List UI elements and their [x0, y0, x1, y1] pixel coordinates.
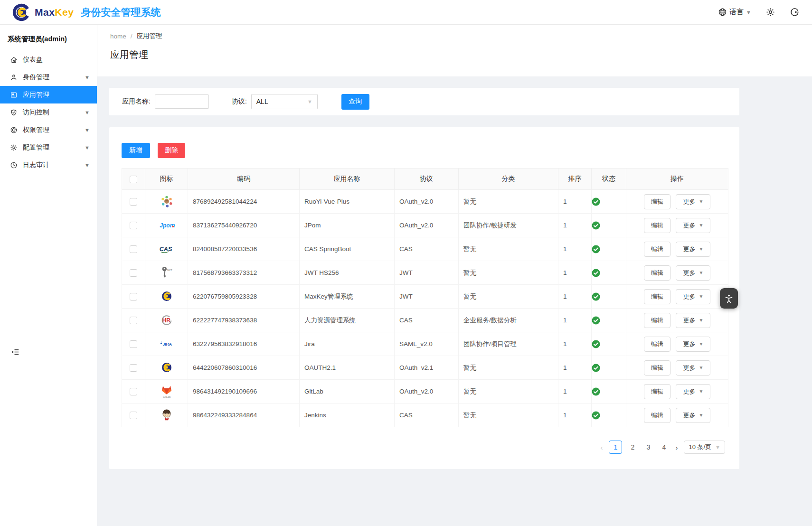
more-button[interactable]: 更多▼	[676, 337, 710, 352]
chevron-down-icon: ▼	[699, 270, 703, 275]
column-header: 分类	[459, 169, 558, 190]
row-checkbox[interactable]	[130, 317, 137, 324]
globe-icon	[718, 8, 727, 17]
svg-text:Jpom: Jpom	[160, 222, 175, 229]
app-sort: 1	[558, 309, 592, 332]
row-checkbox[interactable]	[130, 340, 137, 348]
app-sort: 1	[558, 214, 592, 237]
more-button[interactable]: 更多▼	[676, 313, 710, 328]
more-button[interactable]: 更多▼	[676, 265, 710, 281]
menu-fold-icon[interactable]	[11, 348, 20, 357]
app-code: 986431492190109696	[188, 380, 300, 404]
more-button[interactable]: 更多▼	[676, 360, 710, 376]
edit-button[interactable]: 编辑	[644, 265, 670, 281]
page-header: home / 应用管理 应用管理	[97, 25, 812, 76]
edit-button[interactable]: 编辑	[644, 313, 670, 328]
settings-button[interactable]	[765, 7, 775, 17]
clock-icon	[10, 161, 18, 169]
edit-button[interactable]: 编辑	[644, 289, 670, 304]
chevron-down-icon: ▼	[699, 365, 703, 370]
row-checkbox[interactable]	[130, 388, 137, 395]
more-button[interactable]: 更多▼	[676, 408, 710, 423]
edit-button[interactable]: 编辑	[644, 408, 670, 423]
more-button[interactable]: 更多▼	[676, 194, 710, 209]
jenkins-icon	[159, 406, 175, 423]
breadcrumb-current: 应用管理	[137, 32, 162, 40]
breadcrumb-home[interactable]: home	[110, 33, 126, 40]
row-checkbox[interactable]	[130, 293, 137, 301]
sidebar-item-dashboard[interactable]: 仪表盘	[0, 51, 97, 68]
app-sort: 1	[558, 261, 592, 285]
edit-button[interactable]: 编辑	[644, 337, 670, 352]
chevron-down-icon: ▼	[85, 162, 90, 168]
chevron-down-icon: ▼	[699, 341, 703, 347]
svg-text:GitLab: GitLab	[162, 395, 170, 398]
more-button[interactable]: 更多▼	[676, 218, 710, 233]
sidebar-item-config[interactable]: 配置管理 ▼	[0, 139, 97, 156]
page-button-4[interactable]: 4	[659, 441, 669, 454]
app-category: 团队协作/敏捷研发	[459, 214, 558, 237]
app-protocol: OAuth_v2.0	[395, 214, 459, 237]
accessibility-widget[interactable]	[720, 288, 738, 309]
current-user-label: 系统管理员(admin)	[0, 25, 97, 51]
chevron-down-icon: ▼	[746, 9, 751, 15]
page-button-3[interactable]: 3	[643, 441, 653, 454]
app-code: 632279563832918016	[188, 332, 300, 356]
table-row: 622076759805923328 MaxKey管理系统 JWT 暂无 1 编…	[122, 285, 728, 309]
row-checkbox[interactable]	[130, 245, 137, 253]
app-name: JPom	[300, 214, 395, 237]
edit-button[interactable]: 编辑	[644, 218, 670, 233]
select-all-checkbox[interactable]	[130, 176, 137, 183]
chevron-left-icon[interactable]: ‹	[599, 443, 604, 451]
column-header: 编码	[188, 169, 300, 190]
row-checkbox[interactable]	[130, 269, 137, 277]
search-panel: 应用名称: 协议: ALL ▼ 查询	[109, 88, 739, 115]
row-checkbox[interactable]	[130, 364, 137, 372]
app-name: JWT HS256	[300, 261, 395, 285]
app-sort: 1	[558, 356, 592, 380]
check-circle-icon	[592, 292, 626, 301]
app-protocol: JWT	[395, 285, 459, 309]
sidebar-item-access[interactable]: 访问控制 ▼	[0, 103, 97, 121]
query-button[interactable]: 查询	[341, 94, 369, 110]
edit-button[interactable]: 编辑	[644, 242, 670, 257]
more-button[interactable]: 更多▼	[676, 289, 710, 304]
chevron-right-icon[interactable]: ›	[674, 443, 679, 451]
row-checkbox[interactable]	[130, 198, 137, 206]
chevron-down-icon: ▼	[715, 444, 720, 450]
more-button[interactable]: 更多▼	[676, 242, 710, 257]
main-content: home / 应用管理 应用管理 应用名称: 协议: ALL ▼ 查询 新增 删…	[97, 25, 812, 526]
check-circle-icon	[592, 387, 626, 396]
chevron-down-icon: ▼	[307, 99, 312, 104]
edit-button[interactable]: 编辑	[644, 194, 670, 209]
row-checkbox[interactable]	[130, 222, 137, 229]
check-circle-icon	[592, 411, 626, 420]
more-button[interactable]: 更多▼	[676, 384, 710, 399]
sidebar-item-apps[interactable]: 应用管理	[0, 86, 97, 103]
table-row: JWT 817568793663373312 JWT HS256 JWT 暂无 …	[122, 261, 728, 285]
page-size-select[interactable]: 10 条/页 ▼	[684, 441, 725, 454]
language-switcher[interactable]: 语言 ▼	[718, 8, 751, 17]
chevron-down-icon: ▼	[85, 127, 90, 133]
svg-text:CAS: CAS	[159, 246, 172, 253]
delete-button[interactable]: 删除	[158, 143, 185, 158]
app-protocol: CAS	[395, 309, 459, 332]
add-button[interactable]: 新增	[122, 143, 150, 158]
page-button-1[interactable]: 1	[609, 441, 622, 454]
column-header: 状态	[592, 169, 626, 190]
edit-button[interactable]: 编辑	[644, 360, 670, 376]
sidebar-item-audit[interactable]: 日志审计 ▼	[0, 156, 97, 174]
table-panel: 新增 删除 图标编码应用名称协议分类排序状态操作 876892492581044…	[109, 127, 739, 469]
logout-button[interactable]	[790, 7, 800, 17]
edit-button[interactable]: 编辑	[644, 384, 670, 399]
page-button-2[interactable]: 2	[627, 441, 638, 454]
table-row: HR 622227747938373638 人力资源管理系统 CAS 企业服务/…	[122, 309, 728, 332]
protocol-select[interactable]: ALL ▼	[251, 94, 318, 109]
check-circle-icon	[592, 316, 626, 325]
sidebar-item-permission[interactable]: 权限管理 ▼	[0, 121, 97, 139]
app-name-input[interactable]	[155, 94, 209, 109]
sidebar-item-identity[interactable]: 身份管理 ▼	[0, 68, 97, 86]
app-sort: 1	[558, 190, 592, 214]
cas-icon: CAS	[159, 240, 175, 257]
row-checkbox[interactable]	[130, 412, 137, 419]
